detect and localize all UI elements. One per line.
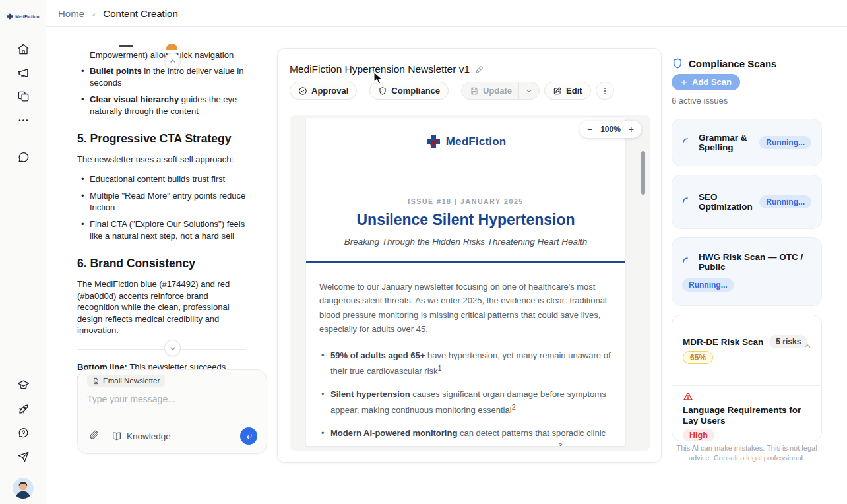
chat-input-card: Email Newsletter Knowledge [77,369,267,454]
clipped-text-fragment [119,45,133,47]
chevron-down-icon [525,87,533,95]
severity-badge: High [683,429,714,441]
more-actions-button[interactable] [596,82,614,100]
status-badge: Running... [759,195,811,208]
newsletter-page: MedFiction ISSUE #18 | JANUARY 2025 Unsi… [306,118,625,446]
breadcrumb-current: Content Creation [103,8,177,19]
app-logo-label: MedFiction [15,15,39,19]
sidebar-item-campaigns[interactable] [15,65,31,80]
chat-bubble-icon [17,151,30,164]
compliance-button[interactable]: Compliance [369,82,449,100]
document-card: MediFiction Hypertension Newsletter v1 A… [277,48,662,463]
chat-message: Empowerment) allow quick navigation Bull… [77,49,246,393]
sidebar-item-content[interactable] [15,88,31,104]
preview-scrollbar[interactable] [641,151,645,195]
sidebar-item-help[interactable] [15,425,31,441]
toolbar-divider [455,85,455,96]
paper-plane-icon [17,451,30,463]
toolbar-divider [363,85,363,96]
sidebar-item-more[interactable] [15,112,31,128]
scan-card-list: Grammar & Spelling Running... SEO Optimi… [672,119,822,441]
spinner-icon [682,257,693,267]
scan-card-mdr-de-risk[interactable]: MDR-DE Risk Scan 5 risks 65% Language Re… [672,315,822,441]
newsletter-brand-name: MedFiction [446,135,507,148]
zoom-out-button[interactable]: − [587,125,592,134]
score-badge: 65% [683,351,713,364]
newsletter-headline: Unsilence Silent Hypertension [306,211,625,229]
chat-panel: Empowerment) allow quick navigation Bull… [46,27,270,504]
context-chip-label: Email Newsletter [103,377,160,385]
update-button[interactable]: Update [462,82,518,99]
list-item: Silent hypertension causes significant o… [319,388,612,418]
scroll-down-button[interactable] [164,340,181,356]
scan-name: HWG Risk Scan — OTC / Public [699,252,811,272]
newsletter-body: Welcome to our January newsletter focusi… [306,263,625,446]
section-body: The MediFiction blue (#174492) and red (… [77,278,246,336]
divider [672,113,831,113]
sidebar-item-whats-new[interactable] [15,401,31,417]
input-toolbar: Knowledge [88,427,257,445]
sidebar-item-home[interactable] [15,41,31,57]
section-heading: 6. Brand Consistency [77,256,246,271]
zoom-in-button[interactable]: + [629,125,634,134]
send-button[interactable] [240,427,257,445]
dots-vertical-icon [600,86,610,96]
update-dropdown-button[interactable] [519,82,539,99]
list-item: Multiple "Read More" entry points reduce… [77,190,246,213]
scan-card-seo-optimization[interactable]: SEO Optimization Running... [672,175,822,229]
scan-name: Grammar & Spelling [699,133,753,152]
newsletter-bullet-list: 59% of adults aged 65+ have hypertension… [319,349,612,446]
breadcrumb-home-link[interactable]: Home [58,8,84,19]
medfiction-cross-icon [7,13,13,20]
compliance-panel-title: Compliance Scans [689,58,776,69]
rocket-icon [17,403,30,416]
ellipsis-icon [17,114,30,127]
newsletter-intro: Welcome to our January newsletter focusi… [319,280,612,336]
message-input[interactable] [87,394,252,404]
list-item: 59% of adults aged 65+ have hypertension… [319,349,612,379]
risk-count-badge: 5 risks [769,335,807,348]
megaphone-icon [17,67,30,79]
scan-name: MDR-DE Risk Scan [683,337,763,347]
app-logo[interactable]: MedFiction [0,13,46,20]
newsletter-brand: MedFiction [306,134,625,150]
active-issues-count: 6 active issues [672,96,728,106]
medfiction-cross-icon [425,134,441,150]
compliance-panel: Compliance Scans Add Scan 6 active issue… [662,27,847,504]
breadcrumb-chevron-icon: › [92,9,95,18]
return-arrow-icon [245,432,253,441]
warning-triangle-icon [683,391,693,402]
ai-disclaimer: This AI can make mistakes. This is not l… [672,443,822,463]
document-icon [92,377,100,385]
list-item: Modern AI-powered monitoring can detect … [319,427,612,446]
list-item: Final CTA ("Explore Our Solutions") feel… [77,218,246,241]
sidebar-item-chat[interactable] [15,149,31,165]
add-scan-button[interactable]: Add Scan [672,74,740,90]
issue-title[interactable]: Language Requirements for Lay Users [683,405,801,427]
approval-button[interactable]: Approval [290,82,357,100]
scan-card-grammar-spelling[interactable]: Grammar & Spelling Running... [672,119,822,166]
context-chip-email-newsletter[interactable]: Email Newsletter [87,375,165,387]
status-badge: Running... [759,136,811,149]
user-avatar-image [13,478,34,499]
chevron-up-icon [169,57,177,65]
rename-pencil-icon[interactable] [475,65,484,74]
knowledge-button[interactable]: Knowledge [111,431,171,441]
section-intro: The newsletter uses a soft-sell approach… [77,154,246,165]
sidebar-item-academy[interactable] [15,377,31,393]
compliance-panel-header: Compliance Scans [672,57,776,69]
collapse-chevron-up-icon[interactable] [803,342,812,351]
user-avatar[interactable] [13,478,34,499]
section-heading: 5. Progressive CTA Strategy [77,131,246,146]
list-item: Clear visual hierarchy guides the eye na… [77,94,246,117]
chat-bullet-list: Bullet points in the intro deliver value… [77,65,246,117]
sidebar-item-feedback[interactable] [15,449,31,464]
scan-card-hwg-risk[interactable]: HWG Risk Scan — OTC / Public Running... [672,237,822,306]
attach-button[interactable] [88,429,102,443]
scroll-up-button[interactable] [164,53,181,69]
document-title: MediFiction Hypertension Newsletter v1 [290,63,470,75]
edit-button[interactable]: Edit [544,82,591,100]
save-icon [470,86,479,96]
check-circle-icon [298,86,307,96]
newsletter-preview: MedFiction ISSUE #18 | JANUARY 2025 Unsi… [290,115,650,451]
